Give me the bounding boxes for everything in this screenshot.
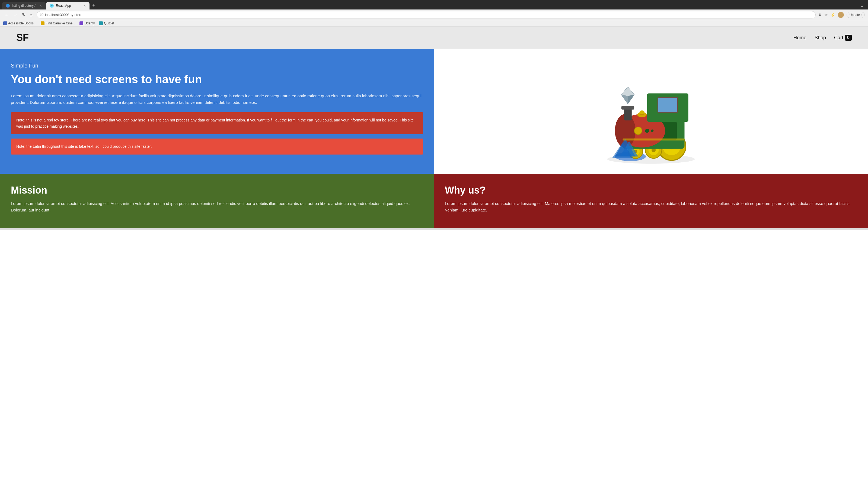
tab-label: listing directory / <box>12 4 35 8</box>
alert-box-2: Note: the Latin throughout this site is … <box>11 138 423 154</box>
cart-button[interactable]: Cart 0 <box>834 35 852 41</box>
hero-title: You don't need screens to have fun <box>11 73 423 86</box>
svg-rect-33 <box>623 138 685 141</box>
bookmark-label: Quizlet <box>104 22 114 25</box>
globe-icon: 🌐 <box>6 4 10 8</box>
mission-section: Mission Lorem ipsum dolor sit amet conse… <box>0 174 434 228</box>
hero-section: Simple Fun You don't need screens to hav… <box>0 49 868 174</box>
star-icon[interactable]: ☆ <box>824 13 828 17</box>
svg-point-17 <box>651 130 654 132</box>
svg-point-15 <box>634 127 642 135</box>
why-section: Why us? Lorem ipsum dolor sit amet conse… <box>434 174 868 228</box>
chevron-down-icon[interactable]: ⌄ <box>858 2 866 9</box>
hero-left: Simple Fun You don't need screens to hav… <box>0 49 434 174</box>
cart-count: 0 <box>845 35 852 41</box>
bookmark-favicon <box>99 22 103 25</box>
site-logo: SF <box>16 32 29 43</box>
react-icon: ⚛ <box>50 4 54 8</box>
update-button[interactable]: Update : <box>846 12 865 18</box>
tab-close-button[interactable]: × <box>84 3 86 8</box>
tab-label: React App <box>56 4 71 8</box>
bookmarks-bar: Accessible Books... Find Carmike Cine...… <box>0 20 868 27</box>
browser-chrome: 🌐 listing directory / × ⚛ React App × + … <box>0 0 868 27</box>
hero-right <box>434 49 868 174</box>
forward-button[interactable]: → <box>12 12 19 18</box>
toy-train-image <box>599 56 703 167</box>
reload-button[interactable]: ↻ <box>21 12 27 18</box>
tab-react-app[interactable]: ⚛ React App × <box>46 2 90 9</box>
mission-heading: Mission <box>11 185 423 196</box>
bookmark-udemy[interactable]: Udemy <box>80 22 95 25</box>
svg-point-16 <box>645 129 649 133</box>
bookmark-carmike[interactable]: Find Carmike Cine... <box>41 22 75 25</box>
hero-description: Lorem ipsum, dolor sit amet consectetur … <box>11 93 423 106</box>
alert-text-2: Note: the Latin throughout this site is … <box>16 143 418 150</box>
mission-body: Lorem ipsum dolor sit amet consectetur a… <box>11 200 423 214</box>
bookmark-favicon <box>41 22 44 25</box>
tab-bar: 🌐 listing directory / × ⚛ React App × + … <box>0 0 868 9</box>
extensions-icon[interactable]: ⚡ <box>831 13 835 17</box>
tab-listing-directory[interactable]: 🌐 listing directory / × <box>2 2 45 9</box>
new-tab-button[interactable]: + <box>90 2 97 9</box>
bookmark-quizlet[interactable]: Quizlet <box>99 22 114 25</box>
svg-marker-27 <box>621 87 634 96</box>
toolbar-icons: ⇓ ☆ ⚡ Update : <box>818 12 865 18</box>
tab-close-button[interactable]: × <box>40 3 42 8</box>
bookmark-label: Udemy <box>84 22 95 25</box>
svg-point-25 <box>639 110 645 114</box>
nav-shop[interactable]: Shop <box>814 35 826 41</box>
alert-text-1: Note: this is not a real toy store. Ther… <box>16 117 418 129</box>
back-button[interactable]: ← <box>3 12 10 18</box>
lock-icon: ⓘ <box>40 12 43 17</box>
profile-icon[interactable] <box>838 12 844 18</box>
bookmark-label: Find Carmike Cine... <box>45 22 75 25</box>
url-text: localhost:3000/toy-store <box>45 13 83 17</box>
bookmark-favicon <box>80 22 83 25</box>
bottom-sections: Mission Lorem ipsum dolor sit amet conse… <box>0 174 868 228</box>
svg-rect-22 <box>621 106 634 109</box>
nav-home[interactable]: Home <box>794 35 806 41</box>
app-content: SF Home Shop Cart 0 Simple Fun You don't… <box>0 27 868 230</box>
bookmark-accessible-books[interactable]: Accessible Books... <box>3 22 36 25</box>
site-header: SF Home Shop Cart 0 <box>0 27 868 49</box>
cart-label: Cart <box>834 35 843 41</box>
address-bar: ← → ↻ ⌂ ⓘ localhost:3000/toy-store ⇓ ☆ ⚡… <box>0 9 868 20</box>
bookmark-label: Accessible Books... <box>8 22 36 25</box>
home-button[interactable]: ⌂ <box>29 12 34 18</box>
download-icon[interactable]: ⇓ <box>818 13 822 17</box>
why-heading: Why us? <box>445 185 857 196</box>
why-body: Lorem ipsum dolor sit amet consectetur a… <box>445 200 857 214</box>
svg-rect-20 <box>658 98 677 112</box>
bookmark-favicon <box>3 22 7 25</box>
scrollbar[interactable] <box>0 228 868 230</box>
nav-buttons: ← → ↻ ⌂ <box>3 12 34 18</box>
site-nav: Home Shop Cart 0 <box>794 35 852 41</box>
url-bar[interactable]: ⓘ localhost:3000/toy-store <box>37 11 816 19</box>
hero-subtitle: Simple Fun <box>11 63 423 69</box>
alert-box-1: Note: this is not a real toy store. Ther… <box>11 112 423 134</box>
